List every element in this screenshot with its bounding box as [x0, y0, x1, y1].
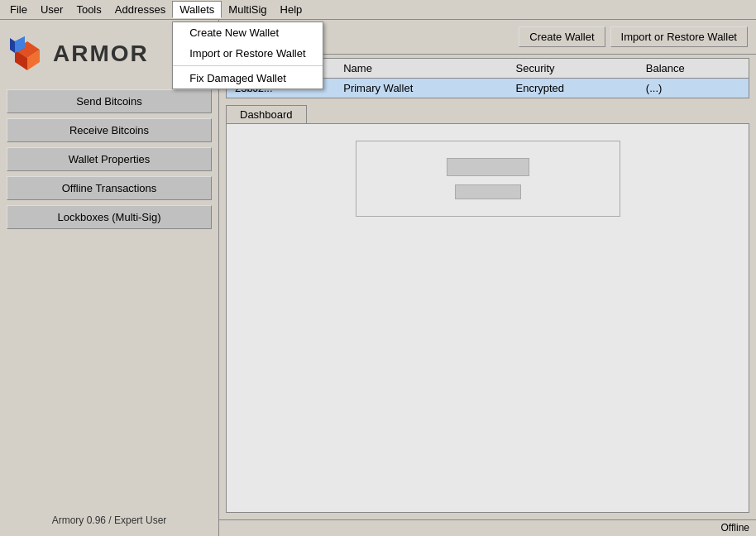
menu-tools[interactable]: Tools [69, 2, 108, 17]
menu-bar: File User Tools Addresses Wallets Create… [0, 0, 756, 20]
wallet-name: Primary Wallet [335, 79, 507, 98]
version-info: Armory 0.96 / Expert User [7, 511, 212, 529]
menu-separator [173, 65, 322, 66]
wallet-security: Encrypted [508, 79, 638, 98]
menu-wallets-container: Wallets Create New Wallet Import or Rest… [172, 3, 222, 16]
status-bar: Offline [219, 519, 756, 536]
menu-user[interactable]: User [34, 2, 69, 17]
wallets-dropdown: Create New Wallet Import or Restore Wall… [172, 22, 323, 89]
wallet-properties-button[interactable]: Wallet Properties [7, 147, 212, 171]
svg-marker-4 [10, 38, 15, 53]
wallet-balance: (...) [638, 79, 749, 98]
create-wallet-button[interactable]: Create Wallet [519, 26, 605, 47]
lockboxes-button[interactable]: Lockboxes (Multi-Sig) [7, 205, 212, 229]
import-restore-wallet-button[interactable]: Import or Restore Wallet [610, 26, 748, 47]
col-header-name: Name [335, 59, 507, 79]
col-header-balance: Balance [638, 59, 749, 79]
loading-widget [356, 141, 620, 217]
dashboard-container: Dashboard [219, 102, 756, 519]
col-header-security: Security [508, 59, 638, 79]
dashboard-content [226, 123, 749, 513]
menu-file[interactable]: File [3, 2, 34, 17]
menu-addresses[interactable]: Addresses [108, 2, 172, 17]
menu-fix-damaged-wallet[interactable]: Fix Damaged Wallet [173, 68, 322, 89]
tab-dashboard[interactable]: Dashboard [226, 105, 307, 123]
send-bitcoins-button[interactable]: Send Bitcoins [7, 89, 212, 113]
armory-logo-icon [7, 33, 48, 74]
menu-multisig[interactable]: MultiSig [222, 2, 273, 17]
content-area: Create Wallet Import or Restore Wallet I… [219, 20, 756, 536]
logo-text: ARMOR [53, 41, 149, 67]
loading-bar-2 [455, 184, 521, 199]
main-container: ARMOR Send Bitcoins Receive Bitcoins Wal… [0, 20, 756, 536]
offline-transactions-button[interactable]: Offline Transactions [7, 176, 212, 200]
menu-help[interactable]: Help [274, 2, 309, 17]
menu-create-new-wallet[interactable]: Create New Wallet [173, 22, 322, 43]
receive-bitcoins-button[interactable]: Receive Bitcoins [7, 118, 212, 142]
sidebar: ARMOR Send Bitcoins Receive Bitcoins Wal… [0, 20, 219, 536]
status-text: Offline [721, 522, 749, 534]
loading-bar-1 [447, 158, 529, 176]
menu-wallets[interactable]: Wallets [172, 1, 222, 18]
tab-bar: Dashboard [226, 105, 749, 123]
menu-import-restore-wallet[interactable]: Import or Restore Wallet [173, 43, 322, 64]
